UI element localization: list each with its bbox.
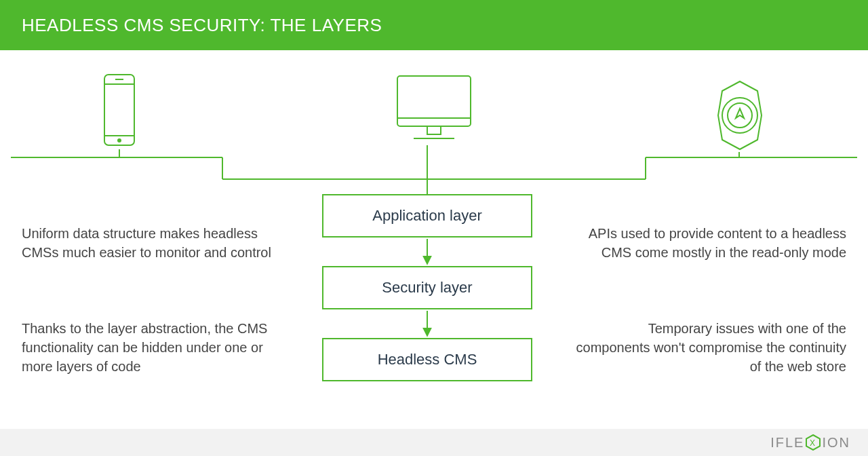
- logo-hex-letter: X: [810, 438, 816, 448]
- logo-hex-icon: X: [806, 434, 821, 451]
- footer-bar: IFLE X ION: [0, 429, 868, 456]
- blurb-right-1: APIs used to provide content to a headle…: [575, 224, 846, 262]
- page-title: HEADLESS CMS SECURITY: THE LAYERS: [22, 15, 382, 36]
- blurb-left-2: Thanks to the layer abstraction, the CMS…: [22, 319, 293, 376]
- page: HEADLESS CMS SECURITY: THE LAYERS: [0, 0, 868, 456]
- headless-cms-box: Headless CMS: [322, 338, 532, 381]
- application-layer-box: Application layer: [322, 194, 532, 238]
- security-layer-box: Security layer: [322, 266, 532, 309]
- logo-text-post: ION: [822, 435, 850, 451]
- brand-logo: IFLE X ION: [770, 434, 850, 451]
- blurb-right-2: Temporary issues with one of the compone…: [575, 319, 846, 376]
- security-layer-label: Security layer: [382, 279, 472, 297]
- header-bar: HEADLESS CMS SECURITY: THE LAYERS: [0, 0, 868, 50]
- logo-text-pre: IFLE: [770, 435, 804, 451]
- svg-rect-18: [427, 126, 441, 134]
- svg-point-14: [117, 138, 121, 142]
- monitor-icon: [393, 72, 475, 148]
- watch-icon: [709, 79, 771, 155]
- phone-icon: [88, 72, 151, 152]
- headless-cms-label: Headless CMS: [378, 351, 477, 368]
- blurb-left-1: Uniform data structure makes headless CM…: [22, 224, 293, 262]
- svg-rect-11: [104, 75, 134, 145]
- application-layer-label: Application layer: [372, 207, 481, 225]
- diagram-canvas: Application layer Security layer Headles…: [0, 50, 868, 429]
